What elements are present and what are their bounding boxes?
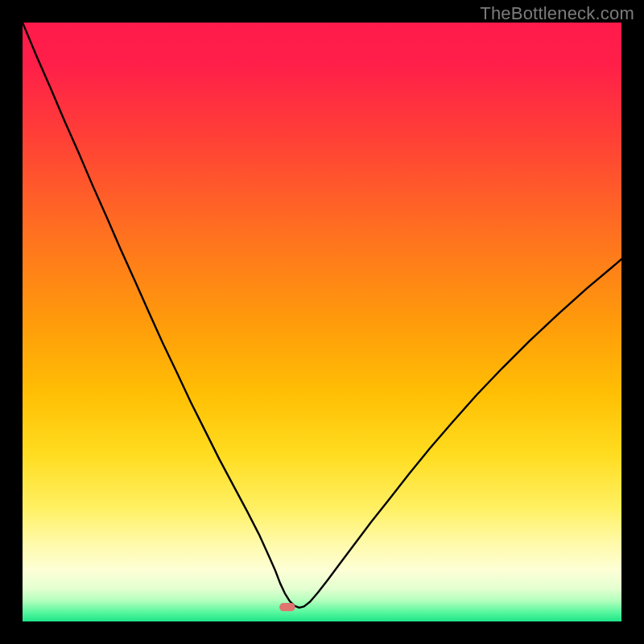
watermark-text: TheBottleneck.com: [480, 3, 634, 24]
optimal-marker: [279, 603, 295, 611]
chart-frame: TheBottleneck.com: [0, 0, 644, 644]
plot-area: [23, 23, 621, 621]
gradient-background: [23, 23, 621, 621]
bottleneck-chart: [23, 23, 621, 621]
